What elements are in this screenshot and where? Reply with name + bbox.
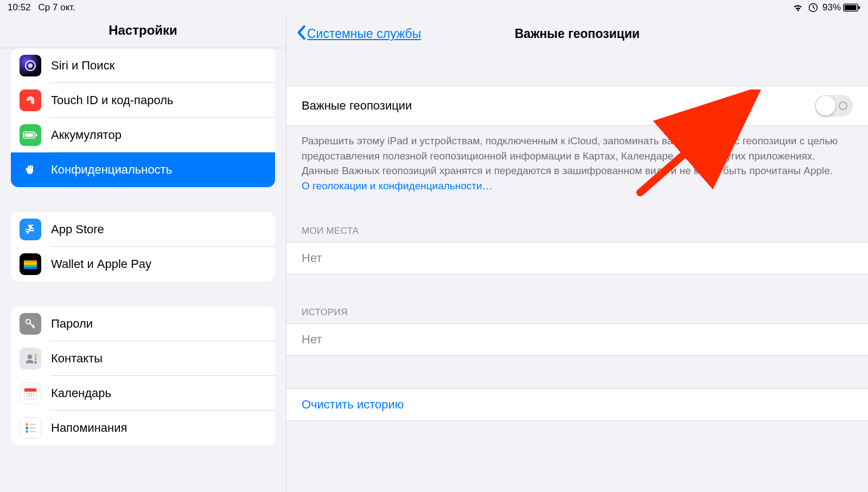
- hand-icon: [20, 159, 41, 181]
- svg-point-33: [25, 430, 28, 433]
- group-footer: Разрешить этому iPad и устройствам, подк…: [286, 126, 868, 193]
- svg-point-27: [31, 395, 32, 397]
- detail-nav: Системные службы Важные геопозиции: [286, 15, 868, 53]
- key-icon: [20, 313, 41, 335]
- toggle-off-indicator-icon: [839, 101, 847, 110]
- group-history: ИСТОРИЯ Нет: [286, 307, 868, 356]
- svg-rect-30: [30, 424, 36, 425]
- sidebar-item-contacts[interactable]: Контакты: [11, 341, 275, 376]
- svg-point-28: [33, 395, 34, 397]
- detail-title: Важные геопозиции: [515, 27, 640, 41]
- history-value: Нет: [286, 323, 868, 356]
- svg-rect-17: [35, 357, 36, 360]
- footer-description: Разрешить этому iPad и устройствам, подк…: [302, 135, 838, 176]
- svg-point-31: [25, 427, 28, 430]
- rotation-lock-icon: [808, 3, 818, 12]
- svg-rect-2: [845, 5, 857, 10]
- sidebar-item-label: Siri и Поиск: [51, 59, 114, 73]
- sidebar-item-label: Конфиденциальность: [51, 163, 172, 177]
- sidebar-item-passwords[interactable]: Пароли: [11, 306, 275, 341]
- svg-rect-18: [35, 361, 36, 363]
- my-places-value: Нет: [286, 242, 868, 274]
- reminders-icon: [20, 417, 41, 439]
- sidebar-item-calendar[interactable]: Календарь: [11, 376, 275, 411]
- sidebar-item-siri[interactable]: Siri и Поиск: [11, 48, 275, 83]
- sidebar-item-label: Пароли: [51, 317, 93, 331]
- clear-history-button[interactable]: Очистить историю: [286, 388, 868, 421]
- svg-point-26: [29, 395, 30, 397]
- svg-rect-16: [35, 354, 36, 356]
- sidebar-item-label: App Store: [51, 222, 104, 237]
- svg-point-15: [28, 354, 33, 359]
- chevron-left-icon: [296, 25, 306, 43]
- sidebar-item-touchid[interactable]: Touch ID и код-пароль: [11, 83, 275, 118]
- sidebar-item-label: Touch ID и код-пароль: [51, 93, 174, 107]
- svg-point-29: [25, 423, 28, 426]
- group-header: ИСТОРИЯ: [286, 307, 868, 323]
- svg-rect-3: [858, 6, 860, 9]
- svg-rect-8: [36, 134, 37, 137]
- sidebar-item-label: Напоминания: [51, 421, 127, 435]
- sidebar-title: Настройки: [0, 15, 286, 48]
- svg-rect-11: [24, 263, 37, 265]
- group-header: МОИ МЕСТА: [286, 226, 868, 242]
- back-button[interactable]: Системные службы: [286, 25, 421, 43]
- wifi-icon: [792, 3, 804, 12]
- contacts-icon: [20, 348, 41, 369]
- status-bar: 10:52 Ср 7 окт. 93%: [0, 0, 868, 15]
- battery-icon: [843, 3, 860, 12]
- svg-rect-13: [24, 267, 37, 269]
- toggle-switch[interactable]: [815, 95, 853, 117]
- sidebar-item-label: Календарь: [51, 386, 111, 400]
- sidebar-group: Siri и Поиск Touch ID и код-пароль Аккум…: [11, 48, 275, 187]
- appstore-icon: [20, 219, 41, 240]
- svg-point-23: [31, 393, 32, 394]
- detail-pane: Системные службы Важные геопозиции Важны…: [286, 15, 868, 492]
- svg-point-5: [28, 63, 33, 68]
- svg-rect-10: [24, 260, 37, 263]
- group-clear: Очистить историю: [286, 388, 868, 421]
- back-label: Системные службы: [307, 27, 421, 41]
- toggle-label: Важные геопозиции: [302, 99, 412, 113]
- svg-rect-20: [24, 388, 36, 392]
- svg-point-24: [33, 393, 34, 394]
- status-time: 10:52: [8, 2, 31, 13]
- status-date: Ср 7 окт.: [39, 2, 75, 13]
- battery-icon: [20, 124, 41, 146]
- svg-rect-12: [24, 265, 37, 267]
- svg-point-25: [27, 395, 28, 397]
- sidebar-item-battery[interactable]: Аккумулятор: [11, 118, 275, 152]
- group-my-places: МОИ МЕСТА Нет: [286, 226, 868, 274]
- svg-rect-7: [24, 133, 33, 137]
- fingerprint-icon: [20, 90, 41, 111]
- svg-rect-34: [30, 431, 36, 432]
- svg-point-22: [29, 393, 30, 394]
- sidebar-group: Пароли Контакты Календарь Напоминания: [11, 306, 275, 445]
- siri-icon: [20, 55, 41, 76]
- sidebar-item-privacy[interactable]: Конфиденциальность: [11, 152, 275, 187]
- settings-sidebar: Настройки Siri и Поиск Touch ID и код-па…: [0, 15, 286, 492]
- toggle-row-significant-locations[interactable]: Важные геопозиции: [286, 86, 868, 126]
- sidebar-item-reminders[interactable]: Напоминания: [11, 411, 275, 445]
- svg-point-21: [27, 393, 28, 394]
- wallet-icon: [20, 253, 41, 275]
- battery-percent: 93%: [822, 2, 841, 13]
- sidebar-item-label: Контакты: [51, 352, 103, 366]
- sidebar-item-appstore[interactable]: App Store: [11, 212, 275, 247]
- privacy-link[interactable]: О геолокации и конфиденциальности…: [302, 180, 493, 191]
- sidebar-group: App Store Wallet и Apple Pay: [11, 212, 275, 282]
- group-main-toggle: Важные геопозиции Разрешить этому iPad и…: [286, 86, 868, 193]
- sidebar-item-wallet[interactable]: Wallet и Apple Pay: [11, 247, 275, 282]
- calendar-icon: [20, 382, 41, 404]
- svg-rect-32: [30, 427, 36, 429]
- sidebar-item-label: Аккумулятор: [51, 128, 122, 142]
- sidebar-item-label: Wallet и Apple Pay: [51, 257, 151, 271]
